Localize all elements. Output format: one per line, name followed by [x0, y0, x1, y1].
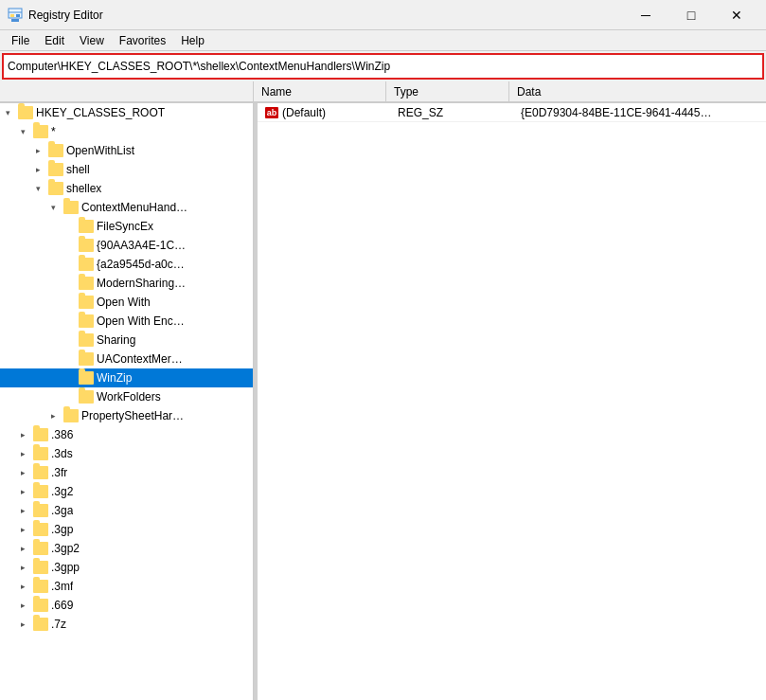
- tree-scroll[interactable]: ▾HKEY_CLASSES_ROOT▾*▸OpenWithList▸shell▾…: [0, 103, 253, 700]
- tree-node[interactable]: ▸.3ga: [0, 501, 253, 520]
- tree-node[interactable]: ▸.3fr: [0, 463, 253, 482]
- tree-node[interactable]: ModernSharing…: [0, 274, 253, 293]
- tree-expand-icon[interactable]: ▸: [15, 522, 30, 537]
- tree-node[interactable]: Open With Enc…: [0, 312, 253, 331]
- folder-icon: [33, 523, 48, 536]
- tree-expand-icon[interactable]: [61, 314, 76, 329]
- tree-node-label: .3gp2: [51, 542, 80, 555]
- folder-icon: [33, 599, 48, 612]
- folder-icon: [33, 618, 48, 631]
- tree-node[interactable]: {a2a9545d-a0c…: [0, 255, 253, 274]
- column-headers: Name Type Data: [0, 81, 766, 102]
- tree-node-label: OpenWithList: [66, 144, 134, 157]
- tree-expand-icon[interactable]: ▸: [15, 560, 30, 575]
- folder-icon: [33, 561, 48, 574]
- tree-expand-icon[interactable]: ▸: [15, 503, 30, 518]
- tree-expand-icon[interactable]: ▾: [15, 124, 30, 139]
- tree-expand-icon[interactable]: ▸: [15, 484, 30, 499]
- tree-node[interactable]: ▾shellex: [0, 179, 253, 198]
- tree-expand-icon[interactable]: [61, 276, 76, 291]
- tree-node[interactable]: ▸.3ds: [0, 444, 253, 463]
- tree-expand-icon[interactable]: [61, 257, 76, 272]
- folder-icon: [79, 371, 94, 385]
- tree-expand-icon[interactable]: ▾: [0, 105, 15, 120]
- address-input[interactable]: [8, 60, 758, 73]
- tree-node[interactable]: ▸shell: [0, 160, 253, 179]
- tree-node[interactable]: ▸OpenWithList: [0, 141, 253, 160]
- tree-node[interactable]: ▾*: [0, 122, 253, 141]
- tree-node[interactable]: ▸.3g2: [0, 482, 253, 501]
- tree-node[interactable]: UAContextMer…: [0, 350, 253, 368]
- minimize-button[interactable]: ─: [624, 0, 668, 30]
- tree-expand-icon[interactable]: [61, 370, 76, 386]
- tree-expand-icon[interactable]: ▸: [30, 162, 45, 177]
- tree-node[interactable]: ▸.3mf: [0, 577, 253, 596]
- folder-icon: [63, 409, 79, 422]
- tree-expand-icon[interactable]: ▸: [15, 465, 30, 480]
- tree-expand-icon[interactable]: ▸: [15, 446, 30, 461]
- tree-expand-icon[interactable]: ▸: [30, 143, 45, 158]
- tree-node-label: HKEY_CLASSES_ROOT: [36, 106, 165, 119]
- tree-node[interactable]: ▸.3gpp: [0, 558, 253, 577]
- tree-node[interactable]: ▸.386: [0, 425, 253, 444]
- tree-expand-icon[interactable]: [61, 238, 76, 253]
- folder-icon: [33, 125, 48, 138]
- tree-expand-icon[interactable]: ▾: [45, 200, 61, 215]
- tree-node-label: *: [51, 125, 56, 138]
- menu-file[interactable]: File: [4, 32, 37, 49]
- tree-node[interactable]: ▾HKEY_CLASSES_ROOT: [0, 103, 253, 122]
- tree-node-label: Sharing: [97, 333, 135, 347]
- folder-icon: [18, 106, 33, 119]
- reg-value-icon: ab: [265, 107, 278, 118]
- tree-node[interactable]: Sharing: [0, 331, 253, 350]
- tree-node-label: ContextMenuHand…: [81, 201, 187, 214]
- tree-node[interactable]: FileSyncEx: [0, 217, 253, 236]
- tree-node-label: FileSyncEx: [97, 220, 153, 233]
- close-button[interactable]: ✕: [715, 0, 758, 30]
- folder-icon: [33, 542, 48, 555]
- tree-expand-icon[interactable]: [61, 389, 76, 404]
- data-cell-type: REG_SZ: [390, 106, 513, 119]
- menu-help[interactable]: Help: [173, 32, 212, 49]
- tree-node[interactable]: ▸.669: [0, 596, 253, 615]
- folder-icon: [79, 314, 94, 328]
- tree-node[interactable]: ▸.3gp: [0, 520, 253, 539]
- tree-node[interactable]: ▸.3gp2: [0, 539, 253, 558]
- tree-node[interactable]: WinZip: [0, 368, 253, 387]
- tree-expand-icon[interactable]: ▸: [45, 408, 61, 423]
- tree-node-label: .386: [51, 428, 73, 441]
- maximize-button[interactable]: □: [669, 0, 713, 30]
- data-cell-value: {E0D79304-84BE-11CE-9641-4445…: [513, 106, 766, 119]
- menu-edit[interactable]: Edit: [37, 32, 72, 49]
- svg-rect-2: [10, 14, 14, 17]
- menu-favorites[interactable]: Favorites: [112, 32, 173, 49]
- tree-expand-icon[interactable]: [61, 219, 76, 234]
- tree-expand-icon[interactable]: [61, 295, 76, 310]
- tree-expand-icon[interactable]: [61, 351, 76, 367]
- tree-node[interactable]: {90AA3A4E-1C…: [0, 236, 253, 255]
- tree-expand-icon[interactable]: ▸: [15, 617, 30, 632]
- tree-node[interactable]: WorkFolders: [0, 387, 253, 406]
- tree-expand-icon[interactable]: ▸: [15, 579, 30, 594]
- folder-icon: [33, 466, 48, 479]
- tree-expand-icon[interactable]: ▸: [15, 541, 30, 556]
- tree-node[interactable]: ▾ContextMenuHand…: [0, 198, 253, 217]
- main-area: ▾HKEY_CLASSES_ROOT▾*▸OpenWithList▸shell▾…: [0, 102, 766, 700]
- menu-view[interactable]: View: [72, 32, 112, 49]
- data-row[interactable]: ab(Default)REG_SZ{E0D79304-84BE-11CE-964…: [258, 103, 766, 122]
- tree-node-label: .3g2: [51, 485, 73, 498]
- tree-node-label: .669: [51, 599, 73, 612]
- tree-expand-icon[interactable]: ▸: [15, 598, 30, 613]
- tree-expand-icon[interactable]: ▸: [15, 427, 30, 442]
- tree-node[interactable]: ▸PropertySheetHar…: [0, 406, 253, 425]
- tree-node-label: .3ga: [51, 504, 73, 517]
- data-content[interactable]: ab(Default)REG_SZ{E0D79304-84BE-11CE-964…: [258, 103, 766, 700]
- folder-icon: [48, 144, 63, 157]
- tree-content[interactable]: ▾HKEY_CLASSES_ROOT▾*▸OpenWithList▸shell▾…: [0, 103, 253, 700]
- folder-icon: [33, 485, 48, 498]
- tree-expand-icon[interactable]: [61, 332, 76, 348]
- tree-node[interactable]: Open With: [0, 293, 253, 312]
- tree-expand-icon[interactable]: ▾: [30, 181, 45, 196]
- tree-node[interactable]: ▸.7z: [0, 615, 253, 634]
- tree-node-label: {90AA3A4E-1C…: [97, 239, 186, 252]
